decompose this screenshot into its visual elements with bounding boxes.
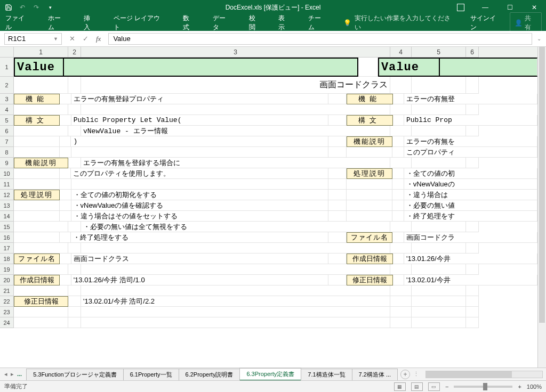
select-all-corner[interactable] bbox=[0, 47, 14, 58]
view-page-break-icon[interactable]: ▭ bbox=[428, 382, 440, 391]
cell[interactable] bbox=[81, 307, 390, 317]
cell[interactable] bbox=[390, 285, 412, 296]
sheet-nav-first-icon[interactable]: ◂ bbox=[3, 371, 9, 378]
cell[interactable] bbox=[14, 77, 68, 94]
cell[interactable] bbox=[14, 104, 68, 115]
sheet-nav-more[interactable]: ... bbox=[16, 371, 23, 378]
cell[interactable]: Public Property Let Value( bbox=[71, 115, 328, 126]
view-normal-icon[interactable]: ▦ bbox=[394, 382, 406, 391]
label-kinou[interactable]: 機能 bbox=[14, 94, 60, 104]
cell[interactable] bbox=[81, 264, 390, 275]
row-header[interactable]: 23 bbox=[0, 307, 14, 317]
cell[interactable] bbox=[392, 232, 404, 243]
row-header[interactable]: 2 bbox=[0, 77, 14, 94]
cell[interactable] bbox=[347, 200, 392, 211]
cell[interactable] bbox=[466, 296, 479, 307]
cell[interactable]: ・vNewValueの値を確認する bbox=[71, 200, 328, 211]
label-kinou[interactable]: 機能 bbox=[347, 94, 392, 104]
cell[interactable]: vNewValue - エラー情報 bbox=[81, 126, 390, 136]
tell-me-search[interactable]: 💡 実行したい作業を入力してください bbox=[343, 14, 456, 32]
row-header[interactable]: 24 bbox=[0, 317, 14, 328]
cell[interactable] bbox=[466, 243, 479, 254]
cell[interactable] bbox=[412, 126, 466, 136]
cell[interactable]: '13.01.26/今井 浩司/1.0 bbox=[71, 275, 328, 285]
cancel-icon[interactable]: ✕ bbox=[69, 35, 75, 43]
cell[interactable] bbox=[390, 264, 412, 275]
cell[interactable] bbox=[390, 317, 412, 328]
cell[interactable]: このプロパティを使用します。 bbox=[71, 168, 328, 179]
cell[interactable] bbox=[466, 77, 479, 94]
cell[interactable]: エラーの有無登録プロパティ bbox=[71, 94, 328, 104]
cell-value-header[interactable]: Value bbox=[14, 58, 64, 77]
cell[interactable] bbox=[68, 307, 81, 317]
row-header[interactable]: 10 bbox=[0, 168, 14, 179]
cell[interactable] bbox=[60, 190, 71, 200]
cell[interactable] bbox=[328, 115, 347, 126]
cell[interactable] bbox=[390, 104, 412, 115]
cell[interactable] bbox=[71, 179, 328, 190]
cell[interactable] bbox=[81, 285, 390, 296]
row-header[interactable]: 14 bbox=[0, 211, 14, 222]
cell[interactable] bbox=[60, 136, 71, 147]
label-sakusei[interactable]: 作成日情報 bbox=[14, 275, 60, 285]
cell[interactable]: このプロパティ bbox=[404, 147, 537, 158]
cell[interactable] bbox=[60, 168, 71, 179]
zoom-thumb[interactable] bbox=[483, 383, 487, 390]
cell[interactable]: '13.02.01/今井 bbox=[404, 275, 537, 285]
cell[interactable] bbox=[392, 147, 404, 158]
cell[interactable] bbox=[14, 232, 60, 243]
cell[interactable]: ・全ての値の初 bbox=[404, 168, 537, 179]
cell[interactable] bbox=[390, 126, 412, 136]
cell[interactable] bbox=[81, 317, 390, 328]
cell[interactable] bbox=[60, 179, 71, 190]
cell[interactable] bbox=[440, 58, 537, 77]
col-header[interactable]: 1 bbox=[14, 47, 68, 58]
cell-subtitle[interactable]: 画面コードクラス bbox=[81, 77, 390, 94]
row-header[interactable]: 7 bbox=[0, 136, 14, 147]
sheet-menu-icon[interactable]: ⋮ bbox=[410, 371, 422, 378]
label-shori-setsumei[interactable]: 処理説明 bbox=[14, 190, 60, 200]
qat-dropdown-icon[interactable]: ▾ bbox=[46, 3, 54, 12]
label-koubun[interactable]: 構文 bbox=[14, 115, 60, 126]
row-header[interactable]: 22 bbox=[0, 296, 14, 307]
cell[interactable]: ・終了処理をする bbox=[71, 232, 328, 243]
cell[interactable] bbox=[466, 264, 479, 275]
cell[interactable] bbox=[60, 94, 71, 104]
cell[interactable] bbox=[71, 147, 328, 158]
cell[interactable] bbox=[328, 232, 347, 243]
cell[interactable]: ・違う場合はその値をセットする bbox=[71, 211, 328, 222]
row-header[interactable]: 6 bbox=[0, 126, 14, 136]
cell[interactable] bbox=[466, 307, 479, 317]
row-header[interactable]: 11 bbox=[0, 179, 14, 190]
cell[interactable] bbox=[60, 275, 71, 285]
cell[interactable]: ・違う場合は bbox=[404, 190, 537, 200]
cell[interactable] bbox=[14, 285, 68, 296]
save-icon[interactable] bbox=[4, 3, 13, 12]
cell[interactable] bbox=[358, 58, 378, 77]
cell[interactable] bbox=[412, 243, 466, 254]
add-sheet-button[interactable]: + bbox=[400, 370, 410, 379]
cell[interactable] bbox=[81, 104, 390, 115]
cell[interactable] bbox=[68, 317, 81, 328]
cell[interactable] bbox=[392, 190, 404, 200]
cell[interactable] bbox=[14, 200, 60, 211]
cell[interactable] bbox=[412, 285, 466, 296]
name-box[interactable]: R1C1 ▼ bbox=[4, 33, 62, 45]
cell[interactable] bbox=[328, 94, 347, 104]
cell[interactable]: ・必要の無い値は全て無視をする bbox=[81, 222, 390, 232]
cell[interactable] bbox=[392, 179, 404, 190]
cell[interactable] bbox=[390, 77, 412, 94]
label-shusei[interactable]: 修正日情報 bbox=[347, 275, 392, 285]
cell[interactable] bbox=[393, 115, 404, 126]
cell[interactable] bbox=[347, 211, 392, 222]
horizontal-scrollbar[interactable] bbox=[425, 371, 543, 378]
zoom-out-icon[interactable]: − bbox=[445, 383, 448, 390]
cell[interactable] bbox=[14, 211, 60, 222]
zoom-slider[interactable] bbox=[454, 386, 512, 388]
zoom-level[interactable]: 100% bbox=[527, 383, 542, 390]
cell[interactable] bbox=[390, 222, 412, 232]
row-header[interactable]: 3 bbox=[0, 94, 14, 104]
cell[interactable] bbox=[14, 307, 68, 317]
row-header[interactable]: 4 bbox=[0, 104, 14, 115]
cell[interactable] bbox=[14, 179, 60, 190]
